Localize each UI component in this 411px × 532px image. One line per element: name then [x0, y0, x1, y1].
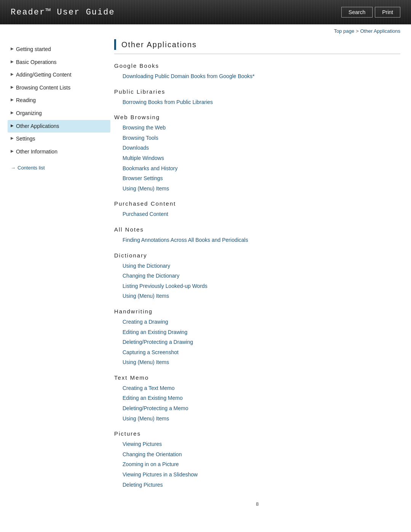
link-using-menu-items-hw[interactable]: Using (Menu) Items [123, 357, 400, 367]
link-browsing-tools[interactable]: Browsing Tools [123, 133, 400, 143]
section-all-notes: All NotesFinding Annotations Across All … [114, 226, 400, 245]
section-header-all-notes: All Notes [114, 226, 400, 233]
breadcrumb: Top page > Other Applications [0, 24, 411, 35]
sidebar-arrow-icon: ▶ [11, 72, 14, 76]
sidebar-item-label: Basic Operations [16, 59, 57, 66]
section-public-libraries: Public LibrariesBorrowing Books from Pub… [114, 88, 400, 107]
section-header-purchased-content: Purchased Content [114, 200, 400, 207]
link-bookmarks-and-history[interactable]: Bookmarks and History [123, 163, 400, 174]
section-links-dictionary: Using the DictionaryChanging the Diction… [114, 261, 400, 301]
sidebar-item-other-information[interactable]: ▶Other Information [8, 145, 110, 158]
link-downloads[interactable]: Downloads [123, 143, 400, 153]
sidebar-arrow-icon: ▶ [11, 110, 14, 115]
link-editing-an-existing-memo[interactable]: Editing an Existing Memo [123, 393, 400, 403]
arrow-right-icon: → [11, 165, 16, 171]
link-zooming-in-on-a-picture[interactable]: Zooming in on a Picture [123, 459, 400, 470]
section-header-public-libraries: Public Libraries [114, 88, 400, 95]
section-links-public-libraries: Borrowing Books from Public Libraries [114, 97, 400, 107]
link-finding-annotations[interactable]: Finding Annotations Across All Books and… [123, 235, 400, 245]
sidebar-arrow-icon: ▶ [11, 136, 14, 140]
sidebar-item-label: Browsing Content Lists [16, 84, 70, 92]
section-pictures: PicturesViewing PicturesChanging the Ori… [114, 430, 400, 490]
sidebar-item-label: Getting started [16, 46, 51, 53]
section-header-dictionary: Dictionary [114, 252, 400, 259]
section-header-google-books: Google Books [114, 62, 400, 69]
section-web-browsing: Web BrowsingBrowsing the WebBrowsing Too… [114, 114, 400, 193]
section-header-pictures: Pictures [114, 430, 400, 437]
sidebar-item-getting-started[interactable]: ▶Getting started [8, 43, 110, 56]
sidebar-item-settings[interactable]: ▶Settings [8, 133, 110, 145]
app-title: Reader™ User Guide [11, 8, 115, 17]
sidebar-item-organizing[interactable]: ▶Organizing [8, 107, 110, 120]
layout: ▶Getting started▶Basic Operations▶Adding… [0, 35, 411, 518]
page-number: 8 [114, 501, 400, 507]
link-downloading-public-domain[interactable]: Downloading Public Domain Books from Goo… [123, 71, 400, 81]
link-creating-a-text-memo[interactable]: Creating a Text Memo [123, 383, 400, 393]
section-google-books: Google BooksDownloading Public Domain Bo… [114, 62, 400, 81]
link-capturing-a-screenshot[interactable]: Capturing a Screenshot [123, 347, 400, 358]
breadcrumb-top-link[interactable]: Top page [334, 28, 354, 34]
link-creating-a-drawing[interactable]: Creating a Drawing [123, 317, 400, 327]
link-using-menu-items-tm[interactable]: Using (Menu) Items [123, 414, 400, 424]
print-button[interactable]: Print [375, 7, 400, 18]
sidebar-item-label: Other Information [16, 148, 57, 156]
link-listing-previously-looked-up[interactable]: Listing Previously Looked-up Words [123, 281, 400, 291]
section-header-handwriting: Handwriting [114, 308, 400, 315]
section-links-purchased-content: Purchased Content [114, 209, 400, 219]
link-viewing-pictures-slideshow[interactable]: Viewing Pictures in a Slideshow [123, 470, 400, 480]
link-viewing-pictures[interactable]: Viewing Pictures [123, 439, 400, 449]
link-deleting-protecting-drawing[interactable]: Deleting/Protecting a Drawing [123, 337, 400, 347]
link-browser-settings[interactable]: Browser Settings [123, 173, 400, 184]
sidebar-item-label: Reading [16, 97, 36, 104]
section-header-web-browsing: Web Browsing [114, 114, 400, 120]
sidebar-item-label: Adding/Getting Content [16, 71, 72, 79]
breadcrumb-separator: > [356, 28, 359, 34]
section-links-pictures: Viewing PicturesChanging the Orientation… [114, 439, 400, 490]
header: Reader™ User Guide Search Print [0, 0, 411, 24]
sidebar-item-label: Organizing [16, 110, 42, 117]
link-borrowing-books[interactable]: Borrowing Books from Public Libraries [123, 97, 400, 107]
sidebar-item-label: Other Applications [16, 123, 59, 130]
sidebar-item-other-applications[interactable]: ▶Other Applications [8, 120, 110, 133]
link-using-menu-items-dict[interactable]: Using (Menu) Items [123, 291, 400, 301]
main-content: Other Applications Google BooksDownloadi… [110, 39, 411, 507]
sidebar-arrow-icon: ▶ [11, 85, 14, 89]
link-editing-an-existing-drawing[interactable]: Editing an Existing Drawing [123, 327, 400, 337]
sidebar: ▶Getting started▶Basic Operations▶Adding… [0, 39, 110, 507]
link-browsing-the-web[interactable]: Browsing the Web [123, 123, 400, 133]
link-multiple-windows[interactable]: Multiple Windows [123, 153, 400, 163]
section-handwriting: HandwritingCreating a DrawingEditing an … [114, 308, 400, 367]
sidebar-arrow-icon: ▶ [11, 46, 14, 51]
page-heading-container: Other Applications [114, 39, 400, 54]
sidebar-arrow-icon: ▶ [11, 59, 14, 64]
link-using-the-dictionary[interactable]: Using the Dictionary [123, 261, 400, 271]
contents-list-label: Contents list [18, 165, 45, 171]
link-using-menu-items-web[interactable]: Using (Menu) Items [123, 184, 400, 194]
section-links-google-books: Downloading Public Domain Books from Goo… [114, 71, 400, 81]
link-deleting-protecting-memo[interactable]: Deleting/Protecting a Memo [123, 403, 400, 414]
section-text-memo: Text MemoCreating a Text MemoEditing an … [114, 374, 400, 423]
section-links-all-notes: Finding Annotations Across All Books and… [114, 235, 400, 245]
link-changing-the-orientation[interactable]: Changing the Orientation [123, 449, 400, 460]
heading-accent-bar [114, 39, 116, 50]
sidebar-arrow-icon: ▶ [11, 97, 14, 102]
sidebar-item-adding-getting-content[interactable]: ▶Adding/Getting Content [8, 69, 110, 81]
link-changing-the-dictionary[interactable]: Changing the Dictionary [123, 271, 400, 281]
section-purchased-content: Purchased ContentPurchased Content [114, 200, 400, 219]
sidebar-item-browsing-content-lists[interactable]: ▶Browsing Content Lists [8, 81, 110, 94]
sidebar-item-label: Settings [16, 135, 35, 143]
sidebar-item-reading[interactable]: ▶Reading [8, 94, 110, 107]
contents-list-link[interactable]: → Contents list [11, 165, 110, 171]
section-dictionary: DictionaryUsing the DictionaryChanging t… [114, 252, 400, 301]
section-links-text-memo: Creating a Text MemoEditing an Existing … [114, 383, 400, 423]
page-heading-title: Other Applications [121, 40, 197, 49]
breadcrumb-current-link[interactable]: Other Applications [360, 28, 400, 34]
link-deleting-pictures[interactable]: Deleting Pictures [123, 480, 400, 490]
link-purchased-content-link[interactable]: Purchased Content [123, 209, 400, 219]
sidebar-item-basic-operations[interactable]: ▶Basic Operations [8, 56, 110, 69]
search-button[interactable]: Search [341, 7, 373, 18]
sidebar-arrow-icon: ▶ [11, 123, 14, 128]
header-buttons: Search Print [341, 7, 400, 18]
section-header-text-memo: Text Memo [114, 374, 400, 381]
section-links-web-browsing: Browsing the WebBrowsing ToolsDownloadsM… [114, 123, 400, 193]
